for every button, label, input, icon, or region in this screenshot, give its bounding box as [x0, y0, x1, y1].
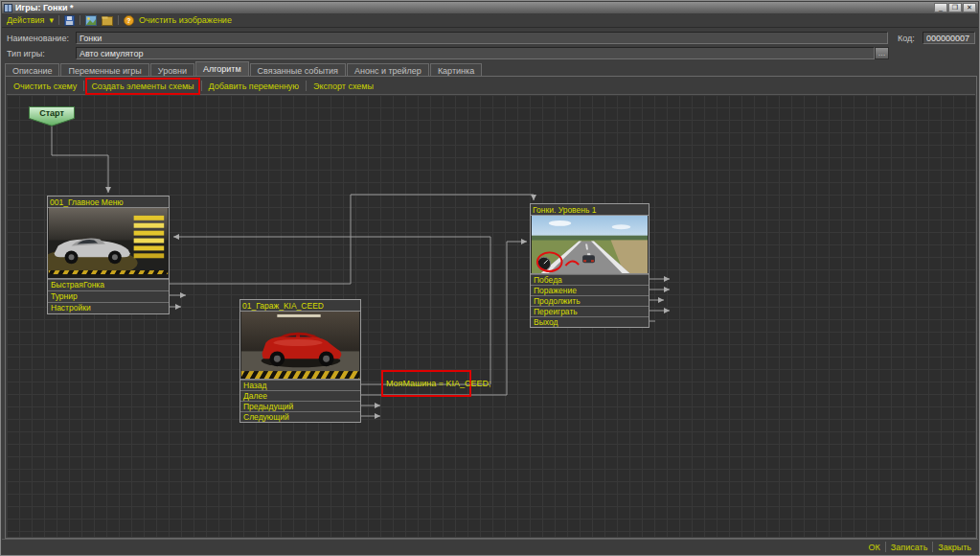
- node-port-previous[interactable]: Предыдущий: [240, 401, 360, 411]
- tab-bar: Описание Переменные игры Уровни Алгоритм…: [5, 61, 482, 77]
- save-record-button[interactable]: Записать: [891, 543, 927, 552]
- save-icon[interactable]: [64, 15, 75, 26]
- close-form-button[interactable]: Закрыть: [938, 543, 971, 552]
- tab-levels[interactable]: Уровни: [150, 63, 194, 77]
- export-scheme-button[interactable]: Экспорт схемы: [310, 81, 376, 92]
- tab-picture[interactable]: Картинка: [430, 63, 482, 77]
- ok-button[interactable]: ОК: [869, 543, 880, 552]
- actions-menu[interactable]: Действия: [7, 15, 44, 25]
- node-port-next[interactable]: Далее: [240, 390, 360, 401]
- statusbar-separator: [885, 542, 886, 552]
- node-title: 01_Гараж_KIA_CEED: [240, 300, 360, 312]
- node-title: 001_Главное Меню: [48, 197, 169, 208]
- tab-description[interactable]: Описание: [5, 63, 59, 77]
- maximize-button[interactable]: ❐: [948, 3, 962, 12]
- help-icon: ?: [124, 15, 134, 26]
- start-node-label: Старт: [39, 108, 64, 118]
- flow-node-race-level-1[interactable]: Гонки. Уровень 1: [530, 203, 650, 328]
- tab-related-events[interactable]: Связанные события: [250, 63, 346, 77]
- flow-node-main-menu[interactable]: 001_Главное Меню: [47, 196, 170, 314]
- app-icon: [4, 4, 12, 12]
- node-port-continue[interactable]: Продолжить: [531, 295, 649, 306]
- node-port-victory[interactable]: Победа: [531, 274, 649, 285]
- main-menu-thumbnail: [48, 208, 169, 279]
- toolbar-separator: [306, 81, 307, 91]
- titlebar: Игры: Гонки * _ ❐ ✕: [2, 2, 978, 13]
- node-port-exit[interactable]: Выход: [531, 316, 649, 327]
- clear-image-button[interactable]: Очистить изображение: [139, 15, 232, 25]
- node-port-tournament[interactable]: Турнир: [48, 290, 169, 302]
- create-scheme-elements-button[interactable]: Создать элементы схемы: [88, 81, 196, 92]
- node-port-back[interactable]: Назад: [240, 380, 360, 390]
- variable-assignment-label[interactable]: МояМашина = KIA_CEED;: [381, 370, 471, 397]
- name-label: Наименование:: [7, 34, 69, 43]
- game-type-input[interactable]: [76, 47, 875, 59]
- start-node[interactable]: Старт: [29, 106, 75, 127]
- clear-scheme-button[interactable]: Очистить схему: [11, 81, 80, 92]
- toolbar-separator: [80, 15, 80, 25]
- svg-text:?: ?: [126, 17, 130, 24]
- node-title: Гонки. Уровень 1: [531, 204, 649, 216]
- node-port-following[interactable]: Следующий: [240, 411, 360, 422]
- statusbar: ОК Записать Закрыть: [2, 539, 978, 554]
- window-title: Игры: Гонки *: [15, 3, 933, 12]
- scheme-toolbar: Очистить схему Создать элементы схемы До…: [7, 78, 975, 95]
- node-port-replay[interactable]: Переиграть: [531, 306, 649, 316]
- app-window: Игры: Гонки * _ ❐ ✕ Действия ▾ ? Очистит…: [0, 0, 980, 556]
- minimize-button[interactable]: _: [934, 3, 947, 12]
- tab-announce-trailer[interactable]: Анонс и трейлер: [347, 63, 429, 77]
- add-variable-button[interactable]: Добавить переменную: [206, 81, 303, 92]
- tab-game-variables[interactable]: Переменные игры: [60, 63, 148, 77]
- caret-down-icon: ▾: [49, 15, 54, 25]
- algorithm-tab-content: Очистить схему Создать элементы схемы До…: [5, 76, 977, 539]
- toolbar-separator: [201, 81, 202, 91]
- node-port-quick-race[interactable]: БыстраяГонка: [48, 279, 169, 290]
- statusbar-separator: [932, 542, 933, 552]
- name-input[interactable]: [76, 32, 888, 44]
- tab-algorithm[interactable]: Алгоритм: [195, 61, 249, 77]
- scheme-canvas[interactable]: Старт 001_Главное Меню: [7, 95, 975, 537]
- toolbar-separator: [83, 81, 84, 91]
- connector-lines: [7, 95, 975, 537]
- toolbar-separator: [58, 15, 59, 25]
- flow-node-garage[interactable]: 01_Гараж_KIA_CEED: [239, 299, 361, 423]
- toolbar-separator: [118, 15, 119, 25]
- race-thumbnail: [531, 216, 649, 274]
- node-port-defeat[interactable]: Поражение: [531, 285, 649, 295]
- picture-export-icon[interactable]: [102, 15, 113, 26]
- code-label: Код:: [898, 34, 915, 43]
- image-icon[interactable]: [85, 15, 97, 26]
- game-type-label: Тип игры:: [7, 49, 45, 58]
- code-input[interactable]: [923, 32, 975, 44]
- garage-thumbnail: [240, 312, 360, 380]
- node-port-settings[interactable]: Настройки: [48, 302, 169, 313]
- close-button[interactable]: ✕: [963, 3, 976, 12]
- game-type-lookup-button[interactable]: …: [875, 47, 889, 59]
- main-toolbar: Действия ▾ ? Очистить изображение: [2, 13, 978, 28]
